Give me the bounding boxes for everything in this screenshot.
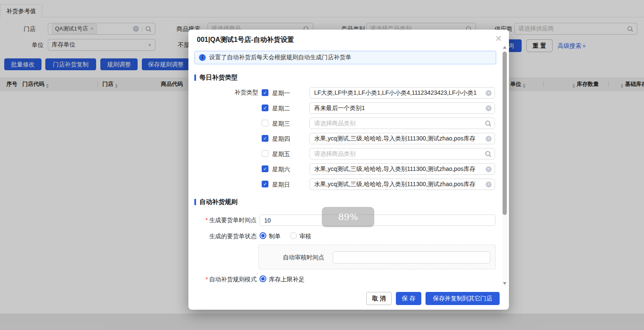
gen-time-label-text: 生成要货单时间点 [209,217,257,223]
gen-time-label: *生成要货单时间点 [188,217,257,224]
section-bar [194,74,196,81]
checkbox-monday[interactable]: ✓ [262,89,268,96]
section-daily-type: 每日补货类型 [194,74,238,82]
section-bar [194,199,196,205]
checkbox-friday[interactable] [262,150,268,157]
checkbox-thursday[interactable]: ✓ [262,135,268,142]
category-value: 再来最后一个类别1 [314,104,484,112]
radio-draft-label[interactable]: 制单 [269,232,281,240]
cancel-button[interactable]: 取 消 [366,292,392,305]
search-icon[interactable] [485,120,492,127]
category-input-friday[interactable]: 请选择商品类别 [310,148,495,160]
required-asterisk: * [206,276,208,283]
category-input-saturday[interactable]: 水果,ycq测试,三级,哈哈哈,导入类别111300,测试zhao,pos库存 … [310,163,495,175]
weekday-label: 星期六 [272,165,290,173]
weekday-row-tuesday: ✓ 星期二 再来最后一个类别1 × [188,102,509,114]
weekday-label: 星期三 [272,120,290,127]
clear-icon[interactable]: × [486,136,492,142]
auto-audit-panel: 自动审核时间点 [258,245,496,270]
audit-time-label: 自动审核时间点 [283,245,324,270]
section-auto-rules: 自动补货规则 [194,198,238,206]
checkbox-tuesday[interactable]: ✓ [262,104,268,111]
clear-icon[interactable]: × [486,182,492,187]
weekday-row-friday: 星期五 请选择商品类别 [188,148,509,160]
save-button[interactable]: 保 存 [396,292,421,305]
checkbox-sunday[interactable]: ✓ [262,181,268,187]
audit-time-input[interactable] [333,251,490,264]
category-value: 水果,ycq测试,三级,哈哈哈,导入类别111300,测试zhao,pos库存 [314,135,484,143]
zoom-level-toast: 89% [322,207,374,227]
rule-mode-label-text: 自动补货规则模式 [209,276,257,283]
gen-time-input[interactable]: 10 [260,214,495,226]
rule-mode-label: *自动补货规则模式 [188,276,257,283]
category-input-tuesday[interactable]: 再来最后一个类别1 × [310,102,495,114]
weekday-label: 星期四 [272,135,290,143]
category-value: LF大类,LF中类1,LF小类1,LF小小类4,11123423423,LF小小… [314,89,484,97]
category-input-monday[interactable]: LF大类,LF中类1,LF小类1,LF小小类4,11123423423,LF小小… [310,87,495,99]
category-input-wednesday[interactable]: 请选择商品类别 [310,118,495,129]
radio-stock-upper-limit-label[interactable]: 库存上限补足 [269,275,304,283]
weekday-row-wednesday: 星期三 请选择商品类别 [188,118,509,129]
category-value: 水果,ycq测试,三级,哈哈哈,导入类别111300,测试zhao,pos库存 [314,181,484,188]
category-placeholder: 请选择商品类别 [314,120,484,127]
checkbox-wednesday[interactable] [262,120,268,126]
close-icon[interactable]: ✕ [495,34,502,43]
weekday-row-monday: ✓ 星期一 LF大类,LF中类1,LF小类1,LF小小类4,1112342342… [188,87,509,99]
scroll-up-icon[interactable] [503,46,506,49]
clear-icon[interactable]: × [486,105,492,111]
radio-audit[interactable] [290,232,297,239]
clear-icon[interactable]: × [486,166,492,172]
section-rules-title: 自动补货规则 [199,198,238,206]
required-asterisk: * [206,217,208,223]
scroll-down-icon[interactable] [503,282,506,285]
weekday-label: 星期日 [272,181,290,188]
category-input-thursday[interactable]: 水果,ycq测试,三级,哈哈哈,导入类别111300,测试zhao,pos库存 … [310,133,495,144]
radio-audit-label[interactable]: 审核 [299,232,311,240]
weekday-label: 星期二 [272,104,290,112]
modal-scrollbar[interactable] [502,44,507,287]
weekday-label: 星期一 [272,89,290,97]
section-daily-title: 每日补货类型 [199,74,238,82]
radio-draft[interactable] [260,232,266,239]
weekday-row-thursday: ✓ 星期四 水果,ycq测试,三级,哈哈哈,导入类别111300,测试zhao,… [188,133,509,144]
radio-stock-upper-limit[interactable] [260,275,266,282]
dialog-title: 001|QA测试1号店-自动补货设置 [197,36,294,44]
category-input-sunday[interactable]: 水果,ycq测试,三级,哈哈哈,导入类别111300,测试zhao,pos库存 … [310,179,495,190]
scrollbar-thumb[interactable] [503,52,507,215]
checkbox-saturday[interactable]: ✓ [262,165,268,172]
auto-replenish-settings-dialog: 001|QA测试1号店-自动补货设置 ✕ i 设置了自动补货后每天会根据规则自动… [188,30,509,310]
weekday-label: 星期五 [272,150,290,158]
weekday-row-sunday: ✓ 星期日 水果,ycq测试,三级,哈哈哈,导入类别111300,测试zhao,… [188,179,509,190]
save-and-copy-button[interactable]: 保存并复制到其它门店 [426,292,500,305]
info-banner: i 设置了自动补货后每天会根据规则自动生成门店补货单 [194,51,496,64]
category-placeholder: 请选择商品类别 [314,150,484,158]
clear-icon[interactable]: × [486,90,492,96]
weekday-row-saturday: ✓ 星期六 水果,ycq测试,三级,哈哈哈,导入类别111300,测试zhao,… [188,163,509,175]
search-icon[interactable] [485,151,492,157]
category-value: 水果,ycq测试,三级,哈哈哈,导入类别111300,测试zhao,pos库存 [314,165,484,173]
info-banner-text: 设置了自动补货后每天会根据规则自动生成门店补货单 [209,54,351,61]
info-icon: i [199,54,206,61]
order-status-label: 生成的要货单状态 [188,233,257,240]
